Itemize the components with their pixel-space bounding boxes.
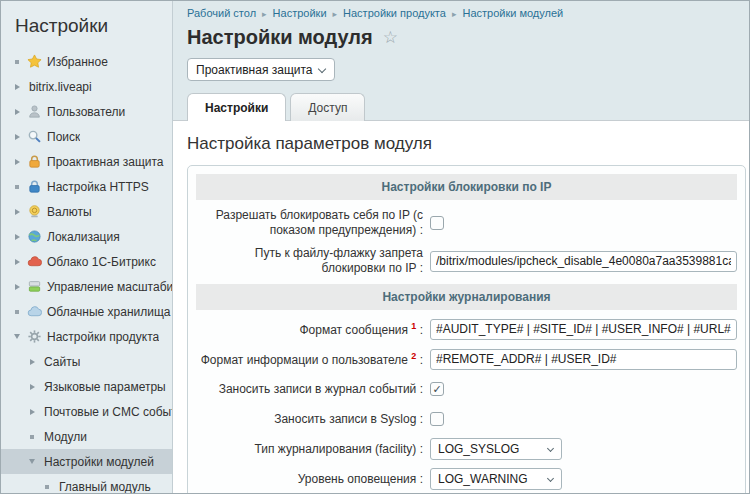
expand-arrow-icon[interactable]: [11, 134, 23, 140]
form-field-label: Тип журналирования (facility) :: [196, 442, 430, 457]
form-field-control: [430, 349, 737, 370]
form-field-control: [430, 412, 737, 426]
form-field-label: Заносить записи в журнал событий :: [196, 382, 430, 397]
footnote-marker: 2: [411, 351, 416, 361]
text-input[interactable]: [430, 349, 737, 370]
breadcrumb-separator-icon: ▸: [262, 9, 267, 19]
sidebar-item-label: Главный модуль: [59, 480, 151, 494]
select-dropdown[interactable]: LOG_SYSLOG: [430, 438, 562, 460]
form-field-control: [430, 251, 737, 272]
sidebar-item-label: Настройка HTTPS: [47, 180, 149, 194]
sidebar-item-label: Пользователи: [47, 105, 125, 119]
checkbox[interactable]: ✓: [430, 382, 444, 396]
sidebar-item-label: Проактивная защита: [47, 155, 164, 169]
chevron-down-icon: [318, 65, 326, 73]
sidebar-item-11[interactable]: Облачные хранилища: [1, 299, 172, 324]
lock-blue-icon: [26, 179, 42, 195]
form-field-control: ✓: [430, 382, 737, 396]
sidebar-item-8[interactable]: Локализация: [1, 224, 172, 249]
star-icon: [26, 54, 42, 70]
sidebar-item-13[interactable]: Сайты: [1, 349, 172, 374]
sidebar-item-18[interactable]: Главный модуль: [1, 474, 172, 493]
globe-icon: [26, 229, 42, 245]
sidebar-item-label: Облако 1С-Битрикс: [47, 255, 156, 269]
breadcrumb-separator-icon: ▸: [333, 9, 338, 19]
module-select-value: Проактивная защита: [196, 63, 313, 77]
sidebar-item-label: Почтовые и СМС события: [44, 405, 172, 419]
text-input[interactable]: [430, 251, 737, 272]
sidebar-item-10[interactable]: Управление масштабированием: [1, 274, 172, 299]
tab-settings[interactable]: Настройки: [187, 93, 286, 121]
form-field-label: Заносить записи в Syslog :: [196, 412, 430, 427]
sidebar-item-16[interactable]: Модули: [1, 424, 172, 449]
sidebar-item-7[interactable]: Валюты: [1, 199, 172, 224]
breadcrumb-link-4[interactable]: Настройки модулей: [462, 7, 563, 19]
breadcrumb: Рабочий стол▸Настройки▸Настройки продукт…: [173, 1, 749, 23]
footnote-marker: 1: [411, 321, 416, 331]
sidebar-item-label: Сайты: [44, 355, 80, 369]
favorite-star-icon[interactable]: ☆: [383, 27, 398, 48]
form-row: Заносить записи в журнал событий :✓: [196, 378, 737, 400]
form-row: Путь к файлу-флажку запрета блокировки п…: [196, 246, 737, 276]
breadcrumb-link-3[interactable]: Настройки продукта: [343, 7, 446, 19]
sidebar-item-6[interactable]: Настройка HTTPS: [1, 174, 172, 199]
expand-arrow-icon[interactable]: [26, 359, 38, 365]
form-field-control: [430, 319, 737, 340]
sidebar-item-4[interactable]: Поиск: [1, 124, 172, 149]
sidebar-item-15[interactable]: Почтовые и СМС события: [1, 399, 172, 424]
text-input[interactable]: [430, 319, 737, 340]
sidebar-menu: Избранноеbitrix.liveapiПользователиПоиск…: [1, 49, 172, 493]
search-icon: [26, 129, 42, 145]
sidebar-item-2[interactable]: bitrix.liveapi: [1, 74, 172, 99]
expand-arrow-icon[interactable]: [11, 209, 23, 215]
content-area: Настройка параметров модуля Настройки бл…: [173, 121, 749, 493]
expand-arrow-icon[interactable]: [26, 384, 38, 390]
expand-arrow-icon[interactable]: [11, 84, 23, 90]
sidebar-item-label: Облачные хранилища: [47, 305, 171, 319]
sidebar-item-17[interactable]: Настройки модулей: [1, 449, 172, 474]
select-value: LOG_SYSLOG: [438, 442, 519, 456]
bullet-marker: [26, 435, 38, 439]
currency-icon: [26, 204, 42, 220]
expand-arrow-icon[interactable]: [11, 259, 23, 265]
select-dropdown[interactable]: LOG_WARNING: [430, 468, 562, 490]
form-field-label: Разрешать блокировать себя по IP (с пока…: [196, 208, 430, 238]
module-select[interactable]: Проактивная защита: [187, 58, 335, 81]
checkbox[interactable]: [430, 412, 444, 426]
form-row: Тип журналирования (facility) :LOG_SYSLO…: [196, 438, 737, 460]
expand-arrow-icon[interactable]: [11, 284, 23, 290]
sidebar-item-5[interactable]: Проактивная защита: [1, 149, 172, 174]
form-field-control: LOG_WARNING: [430, 468, 737, 490]
chevron-down-icon: [547, 445, 554, 452]
expand-arrow-icon[interactable]: [11, 159, 23, 165]
sidebar-item-3[interactable]: Пользователи: [1, 99, 172, 124]
sidebar-item-14[interactable]: Языковые параметры: [1, 374, 172, 399]
expand-arrow-icon[interactable]: [11, 109, 23, 115]
sidebar-title: Настройки: [1, 11, 172, 49]
sidebar-item-label: Избранное: [47, 55, 108, 69]
form-field-control: LOG_SYSLOG: [430, 438, 737, 460]
expand-arrow-icon[interactable]: [26, 409, 38, 415]
breadcrumb-link-2[interactable]: Настройки: [273, 7, 327, 19]
form-field-label: Формат сообщения 1 :: [196, 321, 430, 338]
sidebar-item-9[interactable]: Облако 1С-Битрикс: [1, 249, 172, 274]
expand-arrow-icon[interactable]: [11, 234, 23, 240]
sidebar-item-label: bitrix.liveapi: [29, 80, 92, 94]
bullet-marker: [11, 60, 23, 64]
form-row: Формат сообщения 1 :: [196, 318, 737, 340]
form-section-header: Настройки блокировки по IP: [196, 174, 737, 200]
breadcrumb-link-1[interactable]: Рабочий стол: [187, 7, 256, 19]
bullet-marker: [11, 185, 23, 189]
collapse-arrow-icon[interactable]: [26, 459, 38, 464]
cloud-red-icon: [26, 254, 42, 270]
sidebar-item-1[interactable]: Избранное: [1, 49, 172, 74]
bitrix-admin-window: Настройки Избранноеbitrix.liveapiПользов…: [0, 0, 750, 494]
sidebar-item-12[interactable]: Настройки продукта: [1, 324, 172, 349]
collapse-arrow-icon[interactable]: [11, 334, 23, 339]
form-field-control: [430, 216, 737, 230]
form-row: Уровень оповещения :LOG_WARNING: [196, 468, 737, 490]
breadcrumb-separator-icon: ▸: [452, 9, 457, 19]
checkbox[interactable]: [430, 216, 444, 230]
tab-access[interactable]: Доступ: [290, 93, 365, 121]
form-row: Заносить записи в Syslog :: [196, 408, 737, 430]
